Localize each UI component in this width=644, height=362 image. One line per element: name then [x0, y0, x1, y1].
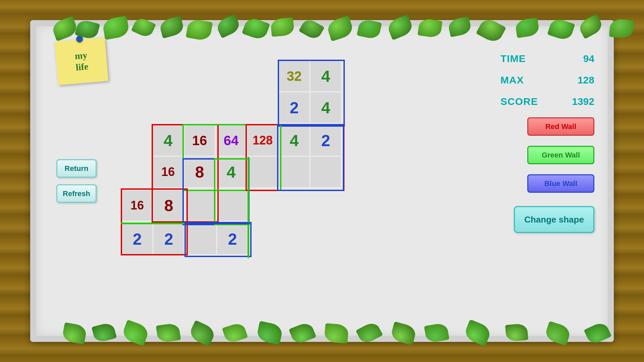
sticky-note: mylife: [55, 38, 109, 85]
leaf-b9: [324, 323, 349, 344]
cell-3-3: 4: [216, 157, 246, 187]
refresh-button[interactable]: Refresh: [56, 184, 97, 203]
max-row: MAX 128: [500, 74, 594, 86]
cell-2-1: 4: [153, 125, 183, 156]
leaf-19: [577, 14, 604, 39]
leaf-11: [326, 15, 355, 41]
max-value: 128: [578, 74, 594, 86]
cell-2-4: 128: [248, 125, 278, 156]
leaf-20: [609, 18, 634, 39]
leaf-b14: [505, 323, 528, 342]
leaf-b8: [289, 321, 317, 346]
score-row: SCORE 1392: [500, 96, 594, 107]
leaf-b10: [356, 320, 383, 345]
leaf-b11: [390, 321, 417, 345]
leaf-b4: [156, 323, 181, 343]
cell-4-3: [217, 190, 248, 221]
time-row: TIME 94: [500, 53, 594, 64]
game-board: mylife Return Refresh 32 4 2 4: [30, 20, 614, 342]
leaf-b6: [222, 321, 248, 344]
leaf-5: [158, 16, 185, 39]
cell-3-6: [311, 157, 341, 187]
leaf-14: [418, 18, 443, 39]
leaf-13: [386, 14, 415, 40]
time-value: 94: [583, 53, 594, 64]
leaf-17: [515, 18, 540, 38]
leaf-7: [215, 14, 241, 39]
cell-3-2: 8: [184, 157, 215, 187]
score-value: 1392: [572, 96, 594, 107]
pin: [76, 35, 83, 43]
green-border-vertical: [248, 157, 249, 258]
leaf-b5: [188, 320, 217, 347]
leaf-18: [547, 17, 575, 42]
cell-0-4: 32: [279, 61, 309, 91]
leaf-10: [299, 17, 325, 42]
cell-5-1: 2: [154, 224, 184, 254]
leaf-6: [186, 18, 213, 42]
leaf-b1: [62, 322, 88, 345]
cell-3-4: [248, 157, 278, 187]
red-wall-button[interactable]: Red Wall: [527, 117, 594, 136]
leaf-4: [131, 16, 156, 39]
blue-wall-button[interactable]: Blue Wall: [527, 174, 594, 193]
blue-border-horizontal: [184, 223, 250, 224]
change-shape-button[interactable]: Change shape: [514, 206, 594, 233]
time-label: TIME: [500, 53, 526, 64]
leaf-9: [270, 17, 294, 37]
cell-5-0: 2: [122, 224, 152, 254]
cell-1-4: 2: [279, 93, 309, 123]
cell-0-5: 4: [311, 61, 341, 91]
leaf-8: [242, 16, 270, 42]
cell-3-1: 16: [153, 157, 183, 187]
wood-background: mylife Return Refresh 32 4 2 4: [0, 0, 644, 362]
ivy-top-decoration: [36, 19, 608, 53]
ivy-bottom-decoration: [36, 316, 608, 343]
return-button[interactable]: Return: [56, 159, 97, 178]
max-label: MAX: [500, 74, 524, 86]
cell-5-2: [186, 224, 216, 254]
leaf-b3: [121, 319, 150, 346]
cell-2-2: 16: [184, 125, 215, 156]
leaf-b7: [256, 321, 283, 345]
leaf-b15: [544, 321, 572, 346]
cell-3-5: [279, 157, 309, 187]
leaf-12: [357, 18, 382, 40]
cell-1-5: 4: [311, 93, 341, 123]
leaf-b2: [92, 321, 117, 343]
leaf-b13: [463, 319, 492, 347]
leaf-16: [476, 16, 506, 45]
cell-2-6: 2: [311, 125, 341, 156]
score-label: SCORE: [500, 96, 538, 107]
leaf-3: [102, 16, 130, 40]
leaf-b16: [584, 320, 612, 346]
cell-2-3: 64: [216, 125, 246, 156]
leaf-b12: [424, 322, 449, 343]
sticky-text: mylife: [74, 50, 89, 73]
leaf-1: [51, 16, 79, 42]
left-controls: Return Refresh: [56, 159, 97, 203]
cell-2-5: 4: [279, 125, 309, 156]
right-panel: TIME 94 MAX 128 SCORE 1392 Red Wall Gree…: [500, 53, 594, 233]
cell-4-1: 8: [154, 190, 184, 221]
green-wall-button[interactable]: Green Wall: [527, 146, 594, 164]
cell-4-2: [186, 190, 216, 221]
cell-4-0: 16: [122, 190, 152, 221]
cell-5-3: 2: [217, 224, 248, 254]
leaf-15: [447, 16, 472, 37]
